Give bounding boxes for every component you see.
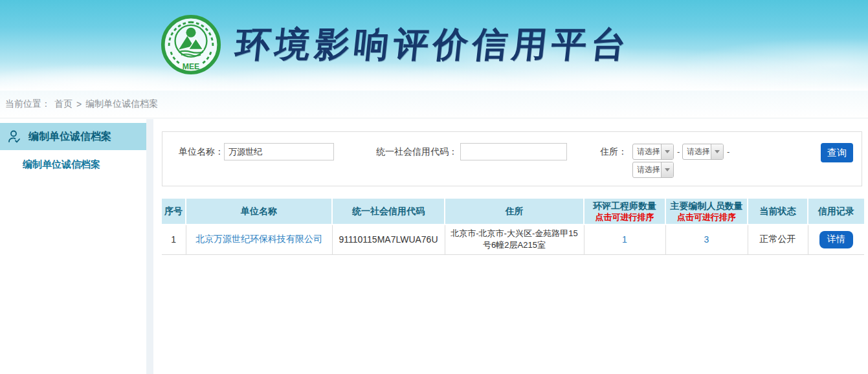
cell-credit-code: 91110115MA7LWUA76U bbox=[332, 225, 445, 254]
table-row: 1 北京万源世纪环保科技有限公司 91110115MA7LWUA76U 北京市-… bbox=[162, 225, 864, 254]
address-label: 住所： bbox=[597, 143, 627, 160]
search-panel: 单位名称： 统一社会信用代码： 住所： 请选择 - 请选择 - 请选择 查询 bbox=[162, 131, 862, 186]
breadcrumb-separator-icon: > bbox=[76, 99, 82, 109]
svg-text:MEE: MEE bbox=[183, 62, 199, 71]
breadcrumb-home[interactable]: 首页 bbox=[54, 98, 72, 110]
address-dash-2: - bbox=[727, 143, 729, 160]
cell-address: 北京市-北京市-大兴区-金苑路甲15号6幢2层A215室 bbox=[445, 225, 584, 254]
breadcrumb: 当前位置： 首页 > 编制单位诚信档案 bbox=[0, 91, 868, 118]
engineer-count-link[interactable]: 1 bbox=[622, 234, 627, 245]
credit-code-input[interactable] bbox=[460, 143, 567, 160]
address-city-value: 请选择 bbox=[683, 144, 711, 159]
sidebar-item-archive[interactable]: 编制单位诚信档案 bbox=[0, 123, 146, 150]
company-name-label: 单位名称： bbox=[175, 143, 224, 160]
address-province-select[interactable]: 请选择 bbox=[632, 144, 674, 160]
th-engineer-count-sortable[interactable]: 环评工程师数量 点击可进行排序 bbox=[584, 199, 665, 225]
sidebar-subitem-label: 编制单位诚信档案 bbox=[23, 159, 100, 171]
sort-hint: 点击可进行排序 bbox=[584, 212, 665, 223]
sidebar: 编制单位诚信档案 编制单位诚信档案 bbox=[0, 119, 146, 374]
company-name-input[interactable] bbox=[224, 143, 334, 160]
company-name-link[interactable]: 北京万源世纪环保科技有限公司 bbox=[195, 234, 322, 244]
breadcrumb-current: 编制单位诚信档案 bbox=[85, 98, 158, 110]
chevron-down-icon[interactable] bbox=[661, 144, 673, 159]
cell-status: 正常公开 bbox=[748, 225, 808, 254]
credit-code-label: 统一社会信用代码： bbox=[376, 143, 457, 160]
address-dash-1: - bbox=[677, 143, 680, 160]
mee-logo-icon: MEE bbox=[161, 14, 221, 75]
page-title: 环境影响评价信用平台 bbox=[233, 21, 633, 69]
site-header: MEE 环境影响评价信用平台 bbox=[0, 0, 868, 91]
chevron-down-icon[interactable] bbox=[661, 162, 673, 177]
th-index: 序号 bbox=[162, 199, 186, 225]
results-table: 序号 单位名称 统一社会信用代码 住所 环评工程师数量 点击可进行排序 主要编制… bbox=[162, 199, 864, 255]
address-province-value: 请选择 bbox=[633, 144, 661, 159]
sidebar-subitem-archive[interactable]: 编制单位诚信档案 bbox=[0, 150, 146, 179]
th-status: 当前状态 bbox=[748, 199, 808, 225]
chevron-down-icon[interactable] bbox=[711, 144, 723, 159]
th-staff-count-sortable[interactable]: 主要编制人员数量 点击可进行排序 bbox=[665, 199, 748, 225]
address-district-value: 请选择 bbox=[633, 162, 661, 177]
table-header-row: 序号 单位名称 统一社会信用代码 住所 环评工程师数量 点击可进行排序 主要编制… bbox=[162, 199, 864, 225]
address-district-select[interactable]: 请选择 bbox=[632, 162, 674, 178]
staff-count-link[interactable]: 3 bbox=[704, 234, 709, 245]
detail-button[interactable]: 详情 bbox=[819, 231, 853, 248]
sort-hint: 点击可进行排序 bbox=[666, 212, 747, 223]
th-credit-record: 信用记录 bbox=[808, 199, 864, 225]
th-staff-count-label: 主要编制人员数量 bbox=[666, 201, 747, 212]
th-engineer-count-label: 环评工程师数量 bbox=[584, 201, 665, 212]
sidebar-item-label: 编制单位诚信档案 bbox=[28, 130, 111, 144]
th-credit-code: 统一社会信用代码 bbox=[332, 199, 445, 225]
th-company-name: 单位名称 bbox=[186, 199, 332, 225]
th-address: 住所 bbox=[445, 199, 584, 225]
address-city-select[interactable]: 请选择 bbox=[682, 144, 724, 160]
cell-index: 1 bbox=[162, 225, 186, 254]
sidebar-divider bbox=[146, 119, 153, 374]
breadcrumb-prefix: 当前位置： bbox=[5, 98, 50, 110]
query-button[interactable]: 查询 bbox=[821, 143, 853, 162]
user-check-icon bbox=[6, 129, 22, 144]
